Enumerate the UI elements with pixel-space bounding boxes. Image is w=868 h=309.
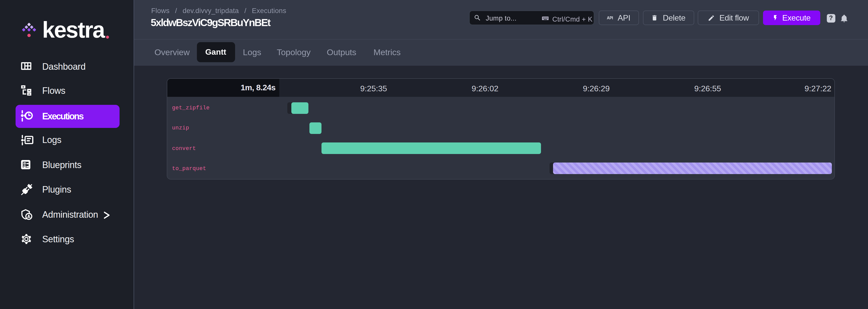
svg-text:API: API xyxy=(607,15,613,20)
